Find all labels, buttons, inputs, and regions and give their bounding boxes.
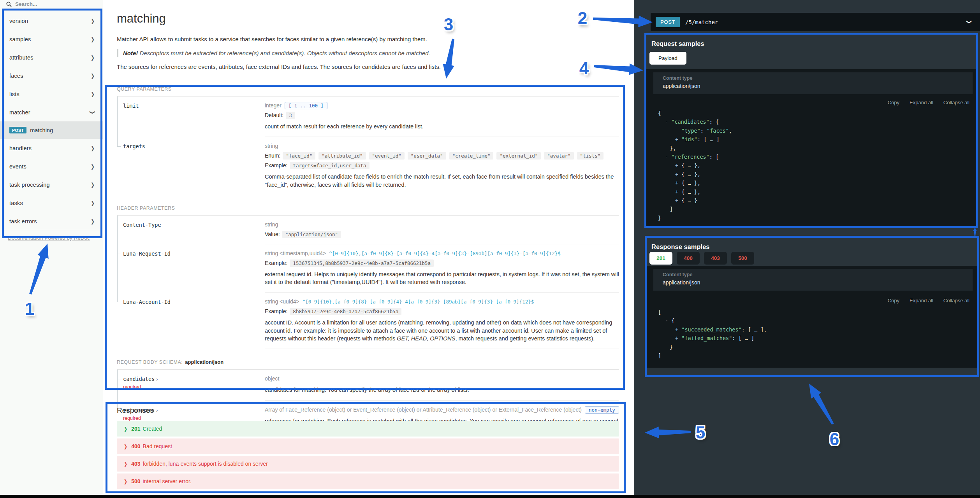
param-name[interactable]: targets — [123, 143, 261, 149]
search-input[interactable] — [15, 1, 85, 7]
expand-all-action[interactable]: Expand all — [910, 298, 933, 303]
section-label: QUERY PARAMETERS — [117, 86, 619, 96]
chevron-right-icon: ❯ — [91, 91, 95, 97]
expand-toggle[interactable]: - — [665, 154, 671, 160]
response-text: Bad request — [143, 443, 172, 449]
code-token: } — [658, 215, 661, 221]
param-label: Enum: — [265, 153, 280, 159]
expand-toggle[interactable]: + — [675, 136, 681, 142]
response-tab-400[interactable]: 400 — [677, 252, 700, 265]
expand-toggle[interactable]: + — [675, 335, 681, 341]
param-details: objectcandidates for matching. You can s… — [265, 370, 619, 400]
expand-toggle[interactable]: + — [675, 326, 681, 333]
param-name[interactable]: Luna-Account-Id — [123, 299, 261, 305]
sidebar-item-samples[interactable]: samples❯ — [0, 30, 103, 48]
sidebar-item-matcher[interactable]: matcher❯ — [0, 103, 103, 121]
response-code: 400 — [131, 443, 140, 449]
param-name-cell: targets — [117, 137, 265, 195]
expand-toggle[interactable]: - — [665, 317, 671, 324]
response-code: 500 — [131, 478, 140, 484]
sidebar-item-tasks[interactable]: tasks❯ — [0, 194, 103, 212]
code-token: "candidates" — [671, 119, 709, 125]
param-name[interactable]: limit — [123, 103, 261, 109]
response-samples-title: Response samples — [651, 243, 709, 251]
copy-action[interactable]: Copy — [888, 100, 899, 105]
sidebar-item-handlers[interactable]: handlers❯ — [0, 139, 103, 157]
section-label: HEADER PARAMETERS — [117, 205, 619, 216]
content-type-label: Content type — [663, 272, 963, 277]
section-content-type: application/json — [185, 359, 223, 365]
sidebar-item-events[interactable]: events❯ — [0, 157, 103, 175]
copy-action[interactable]: Copy — [888, 298, 899, 303]
sidebar-item-label: lists — [9, 91, 19, 97]
collapse-all-action[interactable]: Collapse all — [943, 298, 969, 303]
code-line: + "ids": [ … ] — [658, 135, 974, 144]
param-chip: 1536751345,8b8b5937-2e9c-4e8b-a7a7-5caf8… — [290, 260, 434, 267]
sidebar-item-attributes[interactable]: attributes❯ — [0, 48, 103, 67]
sidebar-item-faces[interactable]: faces❯ — [0, 67, 103, 85]
expand-toggle[interactable]: + — [675, 180, 681, 186]
param-details: stringEnum:"face_id""attribute_id""event… — [265, 137, 619, 195]
response-row-403[interactable]: ❯403forbidden, luna-events support is di… — [117, 456, 619, 472]
sidebar-item-matching-active[interactable]: POSTmatching — [0, 121, 103, 139]
response-row-400[interactable]: ❯400Bad request — [117, 438, 619, 454]
param-detail-line: Comma-separated list of candidate face f… — [265, 173, 619, 189]
param-name[interactable]: Luna-Request-Id — [123, 251, 261, 257]
response-row-201[interactable]: ❯201Created — [117, 421, 619, 437]
param-name[interactable]: candidates› — [123, 376, 261, 382]
chevron-down-icon[interactable]: ❯ — [966, 20, 972, 24]
code-token: : [ — [709, 154, 719, 160]
param-chip: "external_id" — [496, 152, 541, 160]
sidebar-item-label: handlers — [9, 145, 32, 151]
sidebar-item-task-errors[interactable]: task errors❯ — [0, 212, 103, 230]
sidebar-item-label: matching — [30, 127, 53, 133]
param-desc: count of match result for each reference… — [265, 123, 424, 130]
search-icon — [6, 2, 12, 7]
sidebar-item-version[interactable]: version❯ — [0, 12, 103, 30]
sources-text: The sources for references are events, a… — [117, 63, 619, 70]
endpoint-bar[interactable]: POST /5/matcher ❯ — [651, 13, 980, 31]
responses-list: ❯201Created❯400Bad request❯403forbidden,… — [117, 421, 619, 489]
chevron-right-icon: ❯ — [124, 426, 127, 432]
responses-section: Responses ❯201Created❯400Bad request❯403… — [117, 406, 619, 491]
chevron-right-icon: ❯ — [91, 181, 95, 188]
expand-toggle[interactable]: + — [675, 171, 681, 177]
param-detail-line: candidates for matching. You can specify… — [265, 386, 619, 394]
response-row-500[interactable]: ❯500internal server error. — [117, 473, 619, 489]
expand-toggle[interactable]: + — [675, 189, 681, 195]
code-token: : [ … ] — [732, 335, 754, 341]
payload-tab[interactable]: Payload — [649, 52, 686, 65]
expand-toggle[interactable]: - — [665, 119, 671, 125]
param-name[interactable]: Content-Type — [123, 222, 261, 228]
param-detail-line: account ID. Account is a limitation for … — [265, 319, 619, 342]
powered-by-redoc-link[interactable]: Documentation Powered by ReDoc — [8, 235, 90, 241]
chevron-right-icon: ❯ — [91, 54, 95, 60]
code-line: + { … }, — [658, 188, 974, 196]
endpoint-path: /5/matcher — [685, 19, 718, 25]
expand-all-action[interactable]: Expand all — [910, 100, 933, 105]
param-name-cell: Luna-Request-Id — [117, 244, 265, 293]
api-description: Matcher API allows to submit tasks to a … — [117, 36, 619, 42]
param-detail-line: Default:3 — [265, 112, 619, 119]
code-token: : { — [709, 119, 719, 125]
response-tab-500[interactable]: 500 — [731, 252, 754, 265]
param-name-cell: candidates›required — [117, 370, 265, 400]
code-line: }, — [658, 144, 974, 153]
param-row: Luna-Request-Idstring <timestamp,uuid4>^… — [117, 244, 619, 293]
response-tab-403[interactable]: 403 — [704, 252, 727, 265]
expand-chevron-icon: › — [156, 377, 158, 382]
param-detail-line: string <uuid4>^[0-9]{10},[a-f0-9]{8}-[a-… — [265, 298, 619, 305]
code-line: + { … }, — [658, 170, 974, 179]
code-line: [ — [658, 308, 974, 316]
response-tab-201[interactable]: 201 — [649, 252, 672, 265]
search-box[interactable] — [6, 1, 97, 9]
param-type: string <uuid4> — [265, 298, 299, 305]
expand-toggle[interactable]: + — [675, 162, 681, 168]
response-text: Created — [143, 426, 162, 432]
collapse-all-action[interactable]: Collapse all — [943, 100, 969, 105]
expand-toggle[interactable]: + — [675, 197, 681, 203]
sidebar-item-lists[interactable]: lists❯ — [0, 85, 103, 103]
code-token: { — [671, 317, 674, 324]
sidebar: version❯samples❯attributes❯faces❯lists❯m… — [0, 0, 103, 495]
sidebar-item-task-processing[interactable]: task processing❯ — [0, 175, 103, 194]
